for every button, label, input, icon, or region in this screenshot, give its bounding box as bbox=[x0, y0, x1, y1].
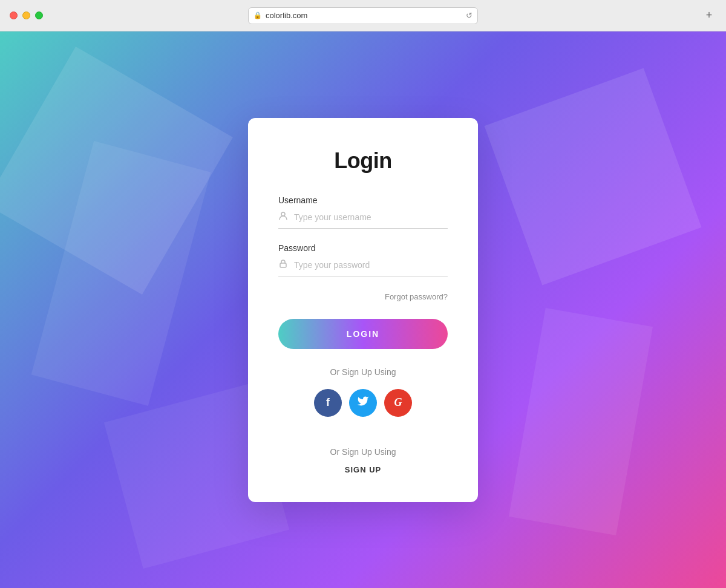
browser-chrome: 🔒 colorlib.com ↺ + bbox=[0, 0, 726, 31]
username-input-wrapper bbox=[278, 211, 448, 229]
signup-link[interactable]: SIGN UP bbox=[345, 465, 381, 474]
twitter-icon bbox=[357, 395, 369, 410]
svg-rect-1 bbox=[280, 263, 286, 267]
google-button[interactable]: G bbox=[384, 389, 412, 417]
login-title: Login bbox=[278, 148, 448, 174]
page-background: Login Username Password bbox=[0, 31, 726, 588]
login-button[interactable]: LOGIN bbox=[278, 319, 448, 349]
social-buttons-container: f G bbox=[278, 389, 448, 417]
password-input-wrapper bbox=[278, 259, 448, 276]
url-text: colorlib.com bbox=[266, 11, 462, 20]
password-field-group: Password bbox=[278, 243, 448, 276]
lock-icon: 🔒 bbox=[253, 11, 262, 19]
google-icon: G bbox=[394, 396, 402, 409]
new-tab-button[interactable]: + bbox=[702, 8, 716, 23]
address-bar[interactable]: 🔒 colorlib.com ↺ bbox=[248, 7, 478, 24]
close-button[interactable] bbox=[10, 11, 18, 19]
minimize-button[interactable] bbox=[22, 11, 30, 19]
user-icon bbox=[278, 211, 288, 223]
address-bar-container: 🔒 colorlib.com ↺ bbox=[10, 7, 716, 24]
signup-section: Or Sign Up Using SIGN UP bbox=[278, 447, 448, 475]
lock-icon bbox=[278, 259, 288, 271]
facebook-button[interactable]: f bbox=[314, 389, 342, 417]
bg-shape-3 bbox=[485, 68, 702, 286]
social-divider-text: Or Sign Up Using bbox=[278, 367, 448, 377]
traffic-lights bbox=[10, 11, 43, 19]
reload-icon[interactable]: ↺ bbox=[466, 11, 473, 20]
maximize-button[interactable] bbox=[35, 11, 43, 19]
username-input[interactable] bbox=[294, 212, 448, 222]
twitter-button[interactable] bbox=[349, 389, 377, 417]
username-label: Username bbox=[278, 195, 448, 205]
login-card: Login Username Password bbox=[248, 118, 478, 502]
password-input[interactable] bbox=[294, 260, 448, 270]
password-label: Password bbox=[278, 243, 448, 253]
username-field-group: Username bbox=[278, 195, 448, 229]
forgot-password-container: Forgot password? bbox=[278, 291, 448, 302]
facebook-icon: f bbox=[326, 396, 330, 409]
svg-point-0 bbox=[281, 212, 285, 216]
signup-divider-text: Or Sign Up Using bbox=[278, 447, 448, 457]
forgot-password-link[interactable]: Forgot password? bbox=[385, 292, 448, 301]
bg-shape-4 bbox=[509, 308, 653, 535]
